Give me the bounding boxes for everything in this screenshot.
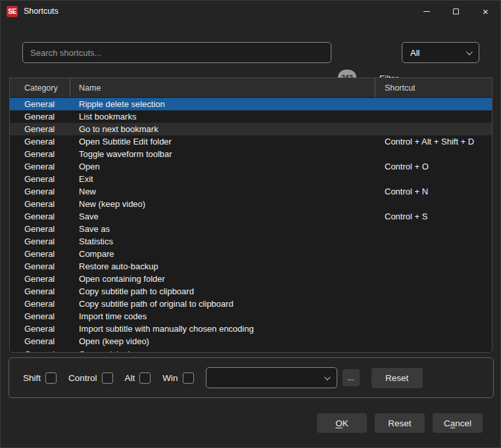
control-label: Control [68, 373, 97, 383]
row-category: General [10, 174, 70, 184]
ok-mnemonic: O [335, 418, 343, 428]
shift-checkbox[interactable] [45, 372, 57, 384]
row-shortcut: Control + O [375, 162, 492, 171]
modifier-alt: Alt [125, 372, 151, 384]
table-row[interactable]: General Save Control + S [10, 210, 492, 223]
row-category: General [10, 286, 70, 296]
ok-post: K [343, 418, 348, 428]
title-bar[interactable]: SE Shortcuts × [1, 1, 500, 22]
row-shortcut: Control + S [375, 212, 492, 221]
win-label: Win [162, 373, 178, 383]
app-icon: SE [7, 6, 18, 17]
minimize-button[interactable] [412, 1, 441, 22]
row-name: Statistics [70, 236, 375, 246]
column-header-shortcut[interactable]: Shortcut [375, 78, 492, 97]
table-row[interactable]: General Import subtitle with manually ch… [10, 323, 492, 335]
row-category: General [10, 249, 70, 259]
table-row[interactable]: General New Control + N [10, 185, 492, 198]
toolbar: Search shortcuts... 242 Filter All [1, 27, 501, 73]
row-category: General [10, 261, 70, 271]
table-row[interactable]: General Open (keep video) [10, 335, 492, 347]
row-shortcut: Control + N [375, 187, 492, 196]
reset-button[interactable]: Reset [375, 413, 425, 433]
maximize-icon [453, 9, 459, 14]
row-name: Restore auto-backup [70, 261, 375, 271]
close-button[interactable]: × [471, 1, 500, 22]
modifier-win: Win [162, 372, 193, 384]
row-name: Open (keep video) [70, 336, 375, 346]
close-icon: × [483, 7, 489, 16]
win-checkbox[interactable] [183, 372, 194, 384]
more-options-button[interactable]: ... [343, 369, 360, 386]
row-name: Copy subtitle path to clipboard [70, 286, 375, 296]
row-category: General [10, 224, 70, 234]
table-row[interactable]: General Exit [10, 173, 492, 185]
table-row[interactable]: General Open Subtitle Edit folder Contro… [10, 135, 492, 148]
panel-reset-button[interactable]: Reset [371, 368, 423, 388]
shortcuts-table: Category Name Shortcut General Ripple de… [9, 78, 492, 353]
row-name: Copy subtitle path of original to clipbo… [70, 299, 375, 309]
table-row[interactable]: General Copy subtitle path to clipboard [10, 285, 492, 298]
shift-label: Shift [23, 373, 41, 383]
control-checkbox[interactable] [102, 372, 113, 384]
table-row[interactable]: General Save as [10, 223, 492, 235]
row-name: Open [70, 162, 375, 171]
chevron-down-icon [324, 374, 331, 380]
cancel-button[interactable]: Cancel [433, 413, 483, 433]
key-dropdown[interactable] [206, 367, 337, 388]
row-name: Save [70, 212, 375, 221]
table-rows: General Ripple delete selection General … [10, 98, 492, 353]
row-name: Open containing folder [70, 274, 375, 284]
row-category: General [10, 324, 70, 334]
column-header-category[interactable]: Category [10, 78, 70, 97]
table-row[interactable]: General Copy subtitle path of original t… [10, 298, 492, 310]
table-row[interactable]: General New (keep video) [10, 198, 492, 210]
table-row[interactable]: General Open Control + O [10, 160, 492, 173]
row-category: General [10, 299, 70, 309]
table-row[interactable]: General Toggle waveform toolbar [10, 148, 492, 160]
row-category: General [10, 199, 70, 209]
cancel-post: ncel [455, 418, 471, 428]
row-category: General [10, 349, 70, 353]
row-name: Open Subtitle Edit folder [70, 137, 375, 146]
maximize-button[interactable] [441, 1, 471, 22]
row-name: New (keep video) [70, 199, 375, 209]
row-category: General [10, 99, 70, 109]
alt-label: Alt [125, 373, 135, 383]
table-row[interactable]: General Restore auto-backup [10, 260, 492, 273]
row-category: General [10, 236, 70, 246]
row-shortcut: Control + Alt + Shift + D [375, 137, 492, 146]
row-category: General [10, 162, 70, 171]
row-category: General [10, 137, 70, 146]
row-name: New [70, 187, 375, 196]
table-row[interactable]: General Open original [10, 347, 492, 353]
row-category: General [10, 311, 70, 321]
filter-dropdown[interactable]: All [402, 42, 479, 63]
row-name: Compare [70, 249, 375, 259]
row-name: Import subtitle with manually chosen enc… [70, 324, 375, 334]
row-name: Exit [70, 174, 375, 184]
chevron-down-icon [466, 49, 473, 55]
modifier-control: Control [68, 372, 113, 384]
table-row[interactable]: General Go to next bookmark [10, 123, 492, 135]
table-row[interactable]: General Statistics [10, 235, 492, 248]
window-controls: × [412, 1, 500, 22]
row-name: Ripple delete selection [70, 99, 375, 109]
ok-button[interactable]: OK [317, 413, 367, 433]
cancel-pre: C [444, 418, 450, 428]
shortcuts-window: { "window": { "title": "Shortcuts", "ico… [0, 0, 501, 448]
search-input[interactable]: Search shortcuts... [22, 42, 331, 63]
table-row[interactable]: General Open containing folder [10, 273, 492, 285]
table-row[interactable]: General Ripple delete selection [10, 98, 492, 110]
table-row[interactable]: General Import time codes [10, 310, 492, 323]
modifier-shift: Shift [23, 372, 57, 384]
alt-checkbox[interactable] [139, 372, 151, 384]
row-category: General [10, 336, 70, 346]
row-category: General [10, 124, 70, 134]
row-name: Import time codes [70, 311, 375, 321]
table-header: Category Name Shortcut [10, 78, 492, 98]
minimize-icon [423, 11, 430, 12]
table-row[interactable]: General List bookmarks [10, 110, 492, 123]
column-header-name[interactable]: Name [70, 78, 375, 97]
table-row[interactable]: General Compare [10, 248, 492, 260]
